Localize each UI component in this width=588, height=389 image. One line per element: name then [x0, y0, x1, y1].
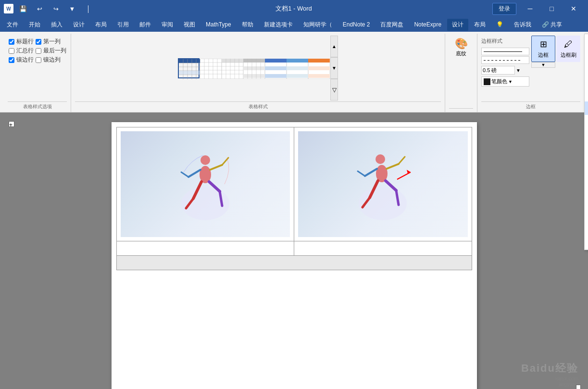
border-label: 边框	[538, 51, 549, 59]
document-canvas[interactable]: +	[0, 113, 588, 389]
border-top[interactable]: 上框线(P)	[585, 48, 588, 61]
scroll-down-btn[interactable]: ▼	[330, 57, 338, 79]
view-gridlines[interactable]: 查看网格线(G)	[585, 223, 588, 236]
login-button[interactable]: 登录	[492, 3, 516, 15]
dancer-left	[176, 146, 234, 223]
table-cell-2-1[interactable]	[116, 241, 294, 256]
menu-layout[interactable]: 布局	[90, 19, 112, 31]
menu-table-design[interactable]: 设计	[447, 19, 468, 31]
table-style-7[interactable]	[308, 58, 329, 78]
border-button[interactable]: ⊞ 边框	[531, 36, 555, 62]
menu-design-doc[interactable]: 设计	[68, 19, 89, 31]
border-outside[interactable]: 外侧框线(S)	[585, 115, 588, 128]
checkbox-banded-cols[interactable]: 镶边列	[36, 56, 66, 64]
menu-mathtype[interactable]: MathType	[201, 19, 236, 30]
border-left[interactable]: 左框线(L)	[585, 61, 588, 75]
checkbox-banded-rows[interactable]: 镶边行	[9, 56, 34, 64]
svg-rect-48	[308, 74, 330, 78]
menu-insert[interactable]: 插入	[46, 19, 67, 31]
menu-newtab[interactable]: 新建选项卡	[259, 19, 298, 31]
checkbox-total-row[interactable]: 汇总行	[9, 47, 34, 55]
border-all[interactable]: 所有框线(A)	[585, 101, 588, 115]
border-diagUp[interactable]: 斜上框线(U)	[585, 182, 588, 196]
checkbox-banded-rows-input[interactable]	[9, 57, 14, 63]
menu-help[interactable]: 帮助	[237, 19, 258, 31]
table-resize-handle[interactable]	[576, 385, 581, 389]
border-dropdown-arrow[interactable]: ▼	[531, 62, 555, 68]
shading-icon: 🎨	[455, 38, 468, 50]
menu-table-layout[interactable]: 布局	[469, 19, 490, 31]
scroll-up-btn[interactable]: ▲	[330, 36, 338, 57]
menu-lightbulb[interactable]: 💡	[491, 19, 508, 30]
menu-cnki[interactable]: 知网研学（	[299, 19, 337, 31]
scroll-more-btn[interactable]: ▽	[330, 79, 338, 100]
close-button[interactable]: ✕	[563, 0, 584, 17]
table-cell-2-2[interactable]	[294, 241, 472, 256]
border-style-line-2[interactable]	[481, 56, 529, 64]
maximize-button[interactable]: □	[541, 0, 563, 17]
checkbox-total-row-input[interactable]	[9, 48, 14, 54]
borders-shading-settings[interactable]: ABC 边框和底纹(O)...	[585, 236, 588, 250]
border-width-dropdown[interactable]: ▼	[516, 68, 521, 73]
table-style-4[interactable]	[243, 58, 264, 78]
border-width-input[interactable]	[481, 66, 515, 75]
checkbox-first-col[interactable]: 第一列	[36, 38, 66, 46]
checkbox-last-col-input[interactable]	[36, 48, 41, 54]
shading-button[interactable]: 🎨 底纹	[449, 36, 473, 59]
draw-table[interactable]: 绘制表格(D)	[585, 209, 588, 223]
menu-endnote[interactable]: EndNote 2	[338, 19, 375, 30]
border-insideV[interactable]: 内部竖框线(V)	[585, 155, 588, 169]
menu-file[interactable]: 文件	[2, 19, 23, 31]
menu-mail[interactable]: 邮件	[135, 19, 156, 31]
border-bottom[interactable]: 下框线(B)	[585, 34, 588, 48]
checkbox-first-col-input[interactable]	[36, 39, 41, 45]
border-brush-icon: 🖊	[564, 39, 573, 50]
table-style-1[interactable]	[178, 58, 200, 78]
svg-rect-38	[265, 59, 287, 63]
table-style-3[interactable]	[221, 58, 243, 78]
border-brush-label: 边框刷	[561, 51, 576, 59]
menu-home[interactable]: 开始	[24, 19, 45, 31]
border-controls-content: 边框样式 ▼	[481, 36, 580, 100]
table-cell-1-1[interactable]	[116, 127, 294, 241]
border-none[interactable]: 无框线(N)	[585, 88, 588, 101]
undo-btn[interactable]: ↩	[33, 2, 46, 15]
checkbox-title-row[interactable]: 标题行	[9, 38, 34, 46]
svg-marker-111	[407, 170, 411, 174]
menu-tellme[interactable]: 告诉我	[509, 19, 536, 31]
svg-line-109	[399, 157, 405, 164]
table-style-6[interactable]	[286, 58, 308, 78]
pen-color-button[interactable]: 笔颜色 ▼	[481, 76, 529, 87]
border-diagDown[interactable]: 斜下框线(W)	[585, 169, 588, 182]
svg-line-95	[188, 170, 200, 177]
quick-access-more[interactable]: ▼	[65, 2, 79, 15]
table-style-5[interactable]	[264, 58, 286, 78]
table-style-2[interactable]	[200, 58, 221, 78]
menu-references[interactable]: 引用	[113, 19, 134, 31]
menu-baidu[interactable]: 百度网盘	[375, 19, 408, 31]
table-style-options-label: 表格样式选项	[8, 101, 67, 110]
checkbox-title-row-input[interactable]	[9, 39, 14, 45]
table-cell-1-2[interactable]	[294, 127, 472, 241]
border-horiz[interactable]: 横线(Z)	[585, 196, 588, 209]
border-insideH[interactable]: 内部横框线(H)	[585, 142, 588, 155]
border-right[interactable]: 右框线(R)	[585, 75, 588, 88]
redo-btn[interactable]: ↪	[49, 2, 63, 15]
checkbox-last-col[interactable]: 最后一列	[36, 47, 66, 55]
border-brush-button[interactable]: 🖊 边框刷	[556, 36, 580, 62]
menu-review[interactable]: 审阅	[157, 19, 178, 31]
menu-noteexpr[interactable]: NoteExpre	[409, 19, 446, 30]
border-style-label: 边框样式	[481, 38, 529, 45]
menu-view[interactable]: 视图	[179, 19, 200, 31]
word-app-icon: W	[4, 4, 13, 13]
checkbox-banded-cols-input[interactable]	[36, 57, 41, 63]
menu-share[interactable]: 🔗 共享	[537, 19, 567, 31]
table-move-handle[interactable]: +	[9, 121, 14, 127]
border-inside[interactable]: 内部框线(I)	[585, 128, 588, 142]
checkbox-group: 标题行 汇总行 镶边行 第一列 最后一列	[9, 36, 66, 100]
border-style-line-1[interactable]	[481, 48, 529, 55]
main-area: +	[0, 113, 588, 389]
save-quick-btn[interactable]: 💾	[16, 2, 30, 15]
minimize-button[interactable]: ─	[519, 0, 541, 17]
table-cell-3-1[interactable]	[116, 256, 472, 270]
